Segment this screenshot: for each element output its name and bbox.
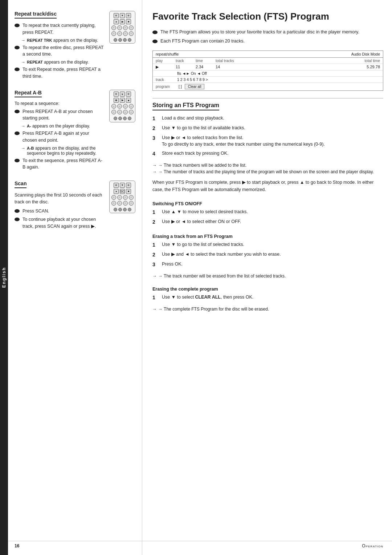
fts-play-values: ▶ 11 2.34 14 5.29.78 xyxy=(153,64,383,70)
track-numbers: 1 2 3 4 5 6 7 8 9 > xyxy=(177,77,208,82)
step-text: Use ▶ and ◄ to select the track number y… xyxy=(162,251,281,258)
list-item: 1 Use ▼ to select CLEAR ALL, then press … xyxy=(152,294,383,301)
remote-btn: ○ xyxy=(111,195,116,200)
remote-btn: ○ xyxy=(123,25,128,30)
remote-btn xyxy=(128,117,131,120)
remote-btn: ● xyxy=(114,19,119,24)
bullet-icon xyxy=(152,40,158,43)
list-item: 1 Use ▲ ▼ to move to select desired trac… xyxy=(152,208,383,216)
erasing-track-steps: 1 Use ▼ to go to the list of selected tr… xyxy=(152,241,383,268)
remote-btn xyxy=(118,117,122,120)
remote-btn xyxy=(118,38,122,42)
remote-btn xyxy=(123,38,127,42)
list-item: 4 Store each track by pressing OK. xyxy=(152,150,383,158)
step-text: Press OK. xyxy=(162,261,183,268)
col-play: play xyxy=(156,58,176,63)
list-item: Press REPEAT A-B at your chosen starting… xyxy=(15,108,105,122)
fts-col-headers: play track time total tracks total time xyxy=(153,58,383,64)
remote-btn xyxy=(123,117,127,120)
page-title: Favorite Track Selection (FTS) Program xyxy=(152,11,383,22)
remote-btn: ○ xyxy=(123,195,128,200)
storing-steps: 1 Load a disc and stop playback. 2 Use ▼… xyxy=(152,115,383,158)
switching-steps: 1 Use ▲ ▼ to move to select desired trac… xyxy=(152,208,383,226)
col-total-tracks: total tracks xyxy=(216,58,358,63)
bullet-text: To exit Repeat mode, press REPEAT a thir… xyxy=(23,66,105,80)
arrow-text: → The track numbers will be added to the… xyxy=(158,163,246,168)
bullet-icon xyxy=(152,31,158,34)
remote-btn: ▼ xyxy=(120,13,125,18)
remote-btn: ⊕ xyxy=(126,183,131,188)
col-track: track xyxy=(176,58,196,63)
sidebar-label: English xyxy=(1,267,7,288)
left-column: Repeat track/disc To repeat the track cu… xyxy=(8,0,142,555)
remote-btn: ○ xyxy=(123,110,128,114)
arrow-note-ab1: → A- appears on the player display. xyxy=(21,123,105,129)
repeat-ab-title: Repeat A-B xyxy=(15,90,42,97)
remote-btn: ○ xyxy=(111,25,116,30)
col-time: time xyxy=(196,58,216,63)
switching-title: Switching FTS ON/OFF xyxy=(152,201,383,206)
total-time-value: 5.29.78 xyxy=(358,65,380,69)
step-text: Use ▶ or ◄ to select either ON or OFF. xyxy=(162,218,241,225)
remote-btn: ○ xyxy=(111,31,116,36)
page-footer: 16 Operation xyxy=(8,541,392,548)
bullet-icon xyxy=(15,159,20,162)
step-text: Use ▲ ▼ to move to select desired tracks… xyxy=(162,208,248,215)
list-item: Press REPEAT A-B again at your chosen en… xyxy=(15,130,105,144)
list-item: To exit the sequence, press REPEAT A-B a… xyxy=(15,157,105,171)
right-column: Favorite Track Selection (FTS) Program T… xyxy=(142,0,392,555)
footer-section-label: Operation xyxy=(362,543,383,548)
erasing-complete-section: Erasing the complete program 1 Use ▼ to … xyxy=(152,287,383,312)
fts-fts-row: fts ◄► On ◄ Off xyxy=(153,70,383,77)
bullet-text: Press REPEAT A-B at your chosen starting… xyxy=(23,108,105,122)
bullet-icon xyxy=(15,24,20,27)
list-item: To continue playback at your chosen trac… xyxy=(15,216,105,230)
remote-btn: ▼ xyxy=(120,183,125,188)
list-item: 3 Press OK. xyxy=(152,261,383,268)
list-item: 1 Load a disc and stop playback. xyxy=(152,115,383,122)
remote-btn: ■ xyxy=(126,98,131,103)
bullet-text: To continue playback at your chosen trac… xyxy=(23,216,105,230)
program-bracket: [ ] xyxy=(179,84,182,89)
remote-btn: ○ xyxy=(129,195,134,200)
step-text: Use ▶ or ◄ to select tracks from the lis… xyxy=(162,134,325,148)
remote-btn xyxy=(118,208,122,211)
col-total-time: total time xyxy=(358,58,380,63)
fts-display-header: repeat/shuffle Audio Disk Mode xyxy=(153,51,383,58)
arrow-note-complete: → → The complete FTS Program for the dis… xyxy=(152,307,383,312)
play-value: ▶ xyxy=(156,65,176,69)
bullet-icon xyxy=(15,46,20,49)
remote-btn xyxy=(114,117,117,120)
list-item: The FTS Program allows you to store your… xyxy=(152,29,383,36)
remote-btn: ○ xyxy=(123,104,128,109)
arrow-note-erase: → → The track number will be erased from… xyxy=(152,274,383,279)
remote-btn: ⊕ xyxy=(114,183,119,188)
storing-fts-section: Storing an FTS Program 1 Load a disc and… xyxy=(152,102,383,194)
repeat-ab-bullets-2: Press REPEAT A-B again at your chosen en… xyxy=(15,130,105,144)
time-value: 2.34 xyxy=(196,65,216,69)
bullet-text: To repeat the track currently playing, p… xyxy=(23,22,105,36)
arrow-text: → The number of tracks and the playing t… xyxy=(158,169,374,174)
arrow-note-1: → REPEAT TRK appears on the display. xyxy=(21,38,105,43)
remote-btn: ○ xyxy=(123,31,128,36)
track-label: track xyxy=(156,77,176,82)
scan-title: Scan xyxy=(15,181,26,188)
remote-btn: ○ xyxy=(129,31,134,36)
fts-program-row: program [ ] Clear all xyxy=(153,83,383,90)
fts-track-numbers-row: track 1 2 3 4 5 6 7 8 9 > xyxy=(153,77,383,83)
remote-btn: ▼ xyxy=(120,92,125,97)
fts-display-box: repeat/shuffle Audio Disk Mode play trac… xyxy=(152,50,383,91)
remote-btn: ● xyxy=(114,189,119,194)
list-item: To repeat the entire disc, press REPEAT … xyxy=(15,44,105,58)
erasing-complete-title: Erasing the complete program xyxy=(152,287,383,292)
clear-all-btn[interactable]: Clear all xyxy=(185,84,205,89)
arrow-note-ab2: → A-B appears on the display, and the se… xyxy=(21,146,105,156)
bullet-icon xyxy=(15,131,20,135)
remote-btn: ○ xyxy=(117,25,122,30)
remote-btn: ○ xyxy=(117,201,122,206)
remote-btn xyxy=(123,208,127,211)
section-divider xyxy=(152,98,383,98)
remote-btn: ○ xyxy=(129,201,134,206)
list-item: 2 Use ▶ or ◄ to select either ON or OFF. xyxy=(152,218,383,226)
remote-control-scan-image: ⊕ ▼ ⊕ ● SC ■ ○ ○ ○ ○ xyxy=(109,181,135,213)
